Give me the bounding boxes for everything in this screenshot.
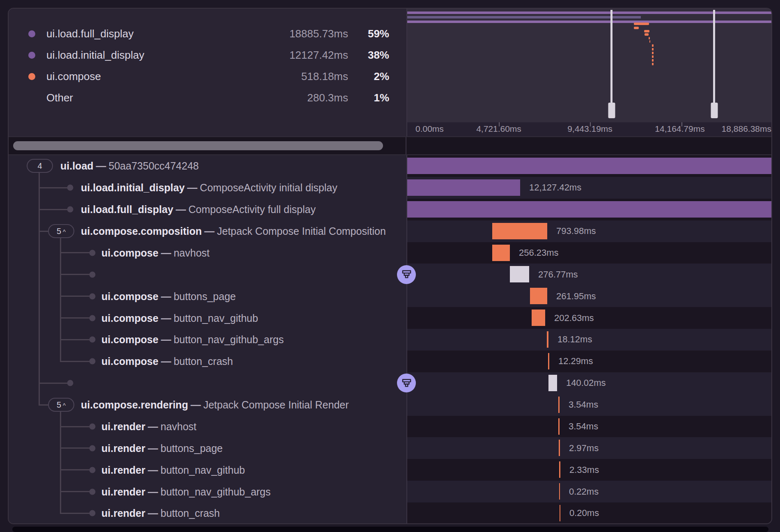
axis-label: 14,164.79ms [655,124,704,134]
span-op: ui.compose [101,355,158,367]
span-description: navhost [174,247,210,258]
minimap-compose-span-bar [634,23,649,25]
legend-span-name: Other [46,92,213,104]
separator: — [188,399,203,410]
span-row-ui.compose[interactable]: ui.compose—buttons_page261.95ms [9,285,771,307]
span-row-ui.compose[interactable]: ui.compose—button_crash12.29ms [9,351,771,372]
tree-horizontal-scrollbar-thumb[interactable] [13,141,383,150]
span-label: ui.compose—button_nav_github_args [101,334,284,346]
span-row-ui.render[interactable]: ui.render—buttons_page2.97ms [9,437,771,459]
span-description: Jetpack Compose Initial Render [203,399,349,410]
tree-connector-dot [89,250,96,256]
span-label: ui.render—buttons_page [101,442,223,454]
span-children-count-badge[interactable]: 5^ [48,398,74,412]
duration-bar[interactable] [407,179,520,196]
duration-bar[interactable] [559,440,560,456]
duration-bar[interactable] [559,483,560,500]
duration-bar[interactable] [547,331,548,348]
tree-connector-line [60,339,92,340]
bar-lane[interactable]: 12.29ms [406,351,771,372]
duration-bar[interactable] [548,353,549,369]
bar-lane[interactable]: 276.77ms [406,264,771,285]
span-children-count-badge[interactable]: 5^ [48,224,74,238]
bar-lane[interactable]: 2.33ms [406,459,771,481]
tree-connector-line [39,231,49,232]
bar-lane[interactable]: 140.02ms [406,372,771,394]
bar-lane[interactable] [406,199,771,220]
minimap-viewport-handle-left[interactable] [610,10,613,103]
minimap-load-span-line [407,11,771,14]
duration-bar[interactable] [559,461,560,478]
bar-lane[interactable]: 3.54ms [406,416,771,438]
tree-connector-line [39,209,70,210]
tree-connector-line [60,274,92,275]
span-row-ui.compose[interactable]: ui.compose—navhost256.23ms [9,242,771,264]
bar-lane[interactable]: 2.97ms [406,437,771,459]
legend-percent: 1% [348,92,406,104]
minimap-handle-grip[interactable] [711,103,718,118]
tree-connector-dot [89,423,96,429]
minimap-chart[interactable] [407,9,771,122]
span-row-ui.render[interactable]: ui.render—button_crash0.20ms [9,502,771,524]
duration-bar[interactable] [492,245,510,261]
duration-bar[interactable] [558,418,560,435]
duration-label: 2.33ms [569,465,599,475]
axis-label: 18,886.38ms [722,124,771,134]
profile-icon[interactable] [397,374,416,392]
tree-connector-dot [67,380,73,386]
duration-bar[interactable] [558,397,560,413]
span-children-count-badge[interactable]: 4 [27,159,53,173]
bar-lane[interactable]: 18.12ms [406,329,771,351]
duration-bar[interactable] [510,266,529,282]
bar-lane[interactable]: 0.20ms [406,502,771,524]
span-row-unnamed[interactable]: 276.77ms [9,264,771,285]
bar-lane[interactable]: 261.95ms [406,285,771,307]
legend-row-ui.load.full_display[interactable]: ui.load.full_display18885.73ms59% [9,23,406,44]
span-row-unnamed[interactable]: 140.02ms [9,372,771,394]
bar-lane[interactable] [406,155,771,177]
bar-lane[interactable]: 202.63ms [406,307,771,329]
bar-lane[interactable]: 256.23ms [406,242,771,264]
span-label: ui.render—button_crash [101,507,220,519]
duration-bar[interactable] [530,288,547,304]
trace-view-page: ui.load.full_display18885.73ms59%ui.load… [0,0,780,532]
separator: — [185,182,200,193]
separator: — [158,312,174,323]
span-row-ui.render[interactable]: ui.render—button_nav_github_args0.22ms [9,481,771,502]
span-row-ui.compose.composition[interactable]: 5^ui.compose.composition—Jetpack Compose… [9,220,771,242]
duration-bar[interactable] [548,375,557,391]
collapse-caret-icon: ^ [63,228,66,235]
profile-icon[interactable] [397,265,416,284]
span-row-ui.compose.rendering[interactable]: 5^ui.compose.rendering—Jetpack Compose I… [9,394,771,416]
span-row-ui.render[interactable]: ui.render—button_nav_github2.33ms [9,459,771,481]
minimap-compose-span-bar [645,33,649,36]
span-label: ui.compose—button_crash [101,355,233,367]
span-row-ui.render[interactable]: ui.render—navhost3.54ms [9,416,771,438]
legend-percent: 38% [348,49,406,62]
duration-bar[interactable] [560,505,560,521]
span-row-ui.load.initial_display[interactable]: ui.load.initial_display—ComposeActivity … [9,177,771,199]
duration-bar[interactable] [492,223,547,239]
legend-row-ui.compose[interactable]: ui.compose518.18ms2% [9,66,406,87]
span-row-ui.compose[interactable]: ui.compose—button_nav_github_args18.12ms [9,329,771,351]
tree-connector-line [60,252,92,253]
bar-lane[interactable]: 793.98ms [406,220,771,242]
duration-bar[interactable] [407,201,772,218]
bar-lane[interactable]: 3.54ms [406,394,771,416]
legend-span-name: ui.load.full_display [46,28,213,40]
span-row-ui.load.full_display[interactable]: ui.load.full_display—ComposeActivity ful… [9,199,771,220]
span-row-ui.load[interactable]: 4ui.load—50aa7350cc474248 [9,155,771,177]
tree-connector-dot [89,510,96,516]
minimap-viewport-handle-right[interactable] [713,10,715,103]
duration-bar[interactable] [532,310,545,326]
legend-row-Other[interactable]: Other280.3ms1% [9,87,406,108]
legend-span-name: ui.load.initial_display [46,49,213,62]
duration-bar[interactable] [407,158,772,174]
span-op: ui.render [101,464,145,475]
bar-lane[interactable]: 0.22ms [406,481,771,502]
span-row-ui.compose[interactable]: ui.compose—button_nav_github202.63ms [9,307,771,329]
bar-lane[interactable]: 12,127.42ms [406,177,771,199]
legend-row-ui.load.initial_display[interactable]: ui.load.initial_display12127.42ms38% [9,44,406,66]
minimap-handle-grip[interactable] [608,103,615,118]
bottom-scrollbar[interactable] [12,527,769,532]
